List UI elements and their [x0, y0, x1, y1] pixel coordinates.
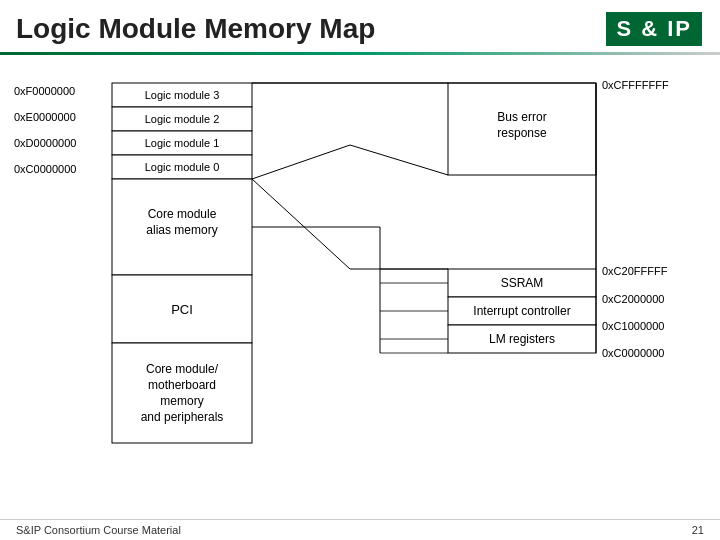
svg-text:0xF0000000: 0xF0000000: [14, 85, 75, 97]
svg-text:0xC0000000: 0xC0000000: [602, 347, 664, 359]
svg-text:and peripherals: and peripherals: [141, 410, 224, 424]
footer-page: 21: [692, 524, 704, 536]
svg-text:memory: memory: [160, 394, 203, 408]
svg-rect-48: [448, 269, 596, 297]
svg-text:0xC1000000: 0xC1000000: [602, 320, 664, 332]
footer-credit: S&IP Consortium Course Material: [16, 524, 181, 536]
svg-rect-40: [112, 343, 252, 443]
svg-text:0xC20FFFFF: 0xC20FFFFF: [602, 265, 668, 277]
svg-rect-50: [448, 297, 596, 325]
svg-text:PCI: PCI: [171, 302, 193, 317]
svg-line-62: [350, 145, 448, 175]
logo: S & IP: [604, 10, 704, 48]
svg-text:Logic module 0: Logic module 0: [145, 161, 220, 173]
svg-text:LM registers: LM registers: [489, 332, 555, 346]
svg-text:Core module/: Core module/: [146, 362, 219, 376]
svg-rect-31: [112, 131, 252, 155]
svg-text:0xC0000000: 0xC0000000: [14, 163, 76, 175]
header: Logic Module Memory Map S & IP: [0, 0, 720, 52]
page-title: Logic Module Memory Map: [16, 13, 375, 45]
memory-map-diagram: 0xF0000000 0xE0000000 0xD0000000 0xC0000…: [0, 65, 720, 540]
svg-text:0xD0000000: 0xD0000000: [14, 137, 76, 149]
svg-text:motherboard: motherboard: [148, 378, 216, 392]
svg-text:Logic module 2: Logic module 2: [145, 113, 220, 125]
svg-text:Interrupt controller: Interrupt controller: [473, 304, 570, 318]
svg-line-61: [252, 145, 350, 179]
svg-text:SSRAM: SSRAM: [501, 276, 544, 290]
svg-text:0xC2000000: 0xC2000000: [602, 293, 664, 305]
svg-rect-33: [112, 155, 252, 179]
svg-rect-27: [112, 83, 252, 107]
footer: S&IP Consortium Course Material 21: [0, 519, 720, 540]
svg-text:Bus error: Bus error: [497, 110, 546, 124]
header-divider: [0, 52, 720, 55]
svg-text:alias memory: alias memory: [146, 223, 217, 237]
svg-line-66: [252, 179, 350, 269]
svg-text:0xCFFFFFFF: 0xCFFFFFFF: [602, 79, 669, 91]
svg-text:Logic module 1: Logic module 1: [145, 137, 220, 149]
svg-rect-45: [448, 83, 596, 175]
diagram-container: 0xF0000000 0xE0000000 0xD0000000 0xC0000…: [0, 65, 720, 540]
svg-text:Core module: Core module: [148, 207, 217, 221]
svg-text:0xE0000000: 0xE0000000: [14, 111, 76, 123]
svg-text:Logic module 3: Logic module 3: [145, 89, 220, 101]
svg-text:response: response: [497, 126, 547, 140]
svg-rect-52: [448, 325, 596, 353]
svg-rect-38: [112, 275, 252, 343]
svg-rect-29: [112, 107, 252, 131]
svg-rect-35: [112, 179, 252, 275]
